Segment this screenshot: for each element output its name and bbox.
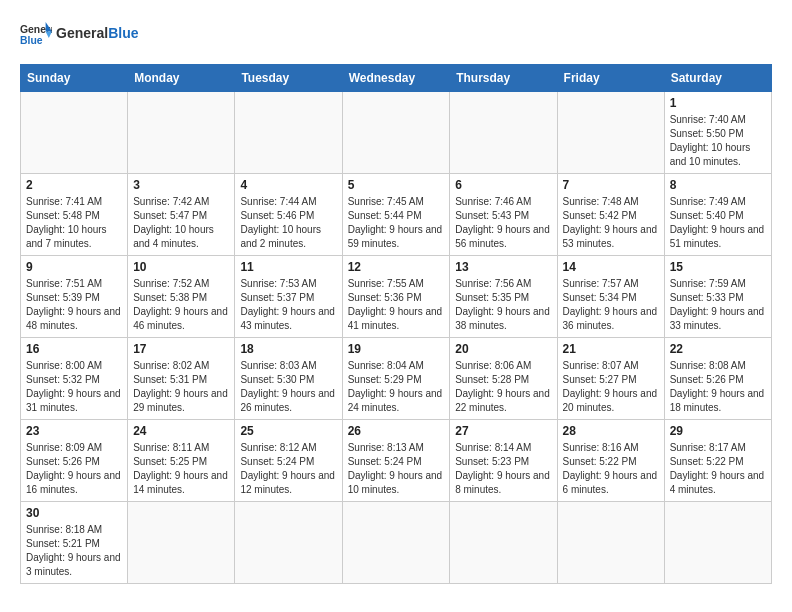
- day-info: Sunrise: 7:52 AM Sunset: 5:38 PM Dayligh…: [133, 277, 229, 333]
- col-header-sunday: Sunday: [21, 65, 128, 92]
- calendar-cell: [450, 92, 557, 174]
- day-info: Sunrise: 8:16 AM Sunset: 5:22 PM Dayligh…: [563, 441, 659, 497]
- day-number: 16: [26, 342, 122, 356]
- calendar-cell: 28Sunrise: 8:16 AM Sunset: 5:22 PM Dayli…: [557, 420, 664, 502]
- calendar-cell: 17Sunrise: 8:02 AM Sunset: 5:31 PM Dayli…: [128, 338, 235, 420]
- day-number: 15: [670, 260, 766, 274]
- day-info: Sunrise: 7:55 AM Sunset: 5:36 PM Dayligh…: [348, 277, 445, 333]
- col-header-wednesday: Wednesday: [342, 65, 450, 92]
- calendar-cell: 15Sunrise: 7:59 AM Sunset: 5:33 PM Dayli…: [664, 256, 771, 338]
- calendar-cell: [235, 92, 342, 174]
- day-number: 19: [348, 342, 445, 356]
- week-row-5: 23Sunrise: 8:09 AM Sunset: 5:26 PM Dayli…: [21, 420, 772, 502]
- week-row-4: 16Sunrise: 8:00 AM Sunset: 5:32 PM Dayli…: [21, 338, 772, 420]
- day-number: 17: [133, 342, 229, 356]
- calendar-cell: 4Sunrise: 7:44 AM Sunset: 5:46 PM Daylig…: [235, 174, 342, 256]
- day-info: Sunrise: 8:18 AM Sunset: 5:21 PM Dayligh…: [26, 523, 122, 579]
- week-row-3: 9Sunrise: 7:51 AM Sunset: 5:39 PM Daylig…: [21, 256, 772, 338]
- calendar-cell: [450, 502, 557, 584]
- day-info: Sunrise: 7:44 AM Sunset: 5:46 PM Dayligh…: [240, 195, 336, 251]
- day-info: Sunrise: 8:13 AM Sunset: 5:24 PM Dayligh…: [348, 441, 445, 497]
- day-number: 30: [26, 506, 122, 520]
- day-info: Sunrise: 7:42 AM Sunset: 5:47 PM Dayligh…: [133, 195, 229, 251]
- day-info: Sunrise: 8:04 AM Sunset: 5:29 PM Dayligh…: [348, 359, 445, 415]
- day-number: 28: [563, 424, 659, 438]
- day-info: Sunrise: 8:12 AM Sunset: 5:24 PM Dayligh…: [240, 441, 336, 497]
- col-header-thursday: Thursday: [450, 65, 557, 92]
- day-number: 4: [240, 178, 336, 192]
- day-number: 22: [670, 342, 766, 356]
- day-info: Sunrise: 7:57 AM Sunset: 5:34 PM Dayligh…: [563, 277, 659, 333]
- logo-blue-text: Blue: [108, 25, 138, 41]
- calendar-cell: 24Sunrise: 8:11 AM Sunset: 5:25 PM Dayli…: [128, 420, 235, 502]
- calendar-cell: 18Sunrise: 8:03 AM Sunset: 5:30 PM Dayli…: [235, 338, 342, 420]
- calendar-cell: 26Sunrise: 8:13 AM Sunset: 5:24 PM Dayli…: [342, 420, 450, 502]
- day-number: 29: [670, 424, 766, 438]
- col-header-saturday: Saturday: [664, 65, 771, 92]
- day-info: Sunrise: 8:07 AM Sunset: 5:27 PM Dayligh…: [563, 359, 659, 415]
- day-number: 3: [133, 178, 229, 192]
- header-row: SundayMondayTuesdayWednesdayThursdayFrid…: [21, 65, 772, 92]
- calendar-cell: 16Sunrise: 8:00 AM Sunset: 5:32 PM Dayli…: [21, 338, 128, 420]
- day-info: Sunrise: 7:48 AM Sunset: 5:42 PM Dayligh…: [563, 195, 659, 251]
- day-number: 8: [670, 178, 766, 192]
- day-number: 18: [240, 342, 336, 356]
- calendar-cell: 1Sunrise: 7:40 AM Sunset: 5:50 PM Daylig…: [664, 92, 771, 174]
- calendar-cell: [128, 502, 235, 584]
- calendar-cell: [557, 92, 664, 174]
- day-number: 24: [133, 424, 229, 438]
- calendar-cell: [557, 502, 664, 584]
- svg-text:Blue: Blue: [20, 35, 43, 46]
- week-row-2: 2Sunrise: 7:41 AM Sunset: 5:48 PM Daylig…: [21, 174, 772, 256]
- day-number: 7: [563, 178, 659, 192]
- calendar-cell: 22Sunrise: 8:08 AM Sunset: 5:26 PM Dayli…: [664, 338, 771, 420]
- calendar-cell: 14Sunrise: 7:57 AM Sunset: 5:34 PM Dayli…: [557, 256, 664, 338]
- day-number: 5: [348, 178, 445, 192]
- day-number: 6: [455, 178, 551, 192]
- day-info: Sunrise: 7:56 AM Sunset: 5:35 PM Dayligh…: [455, 277, 551, 333]
- day-info: Sunrise: 7:41 AM Sunset: 5:48 PM Dayligh…: [26, 195, 122, 251]
- calendar-cell: 9Sunrise: 7:51 AM Sunset: 5:39 PM Daylig…: [21, 256, 128, 338]
- calendar-cell: [128, 92, 235, 174]
- day-info: Sunrise: 8:06 AM Sunset: 5:28 PM Dayligh…: [455, 359, 551, 415]
- day-info: Sunrise: 7:46 AM Sunset: 5:43 PM Dayligh…: [455, 195, 551, 251]
- day-number: 9: [26, 260, 122, 274]
- day-info: Sunrise: 8:00 AM Sunset: 5:32 PM Dayligh…: [26, 359, 122, 415]
- calendar-cell: 11Sunrise: 7:53 AM Sunset: 5:37 PM Dayli…: [235, 256, 342, 338]
- calendar-cell: 27Sunrise: 8:14 AM Sunset: 5:23 PM Dayli…: [450, 420, 557, 502]
- calendar-cell: 13Sunrise: 7:56 AM Sunset: 5:35 PM Dayli…: [450, 256, 557, 338]
- week-row-6: 30Sunrise: 8:18 AM Sunset: 5:21 PM Dayli…: [21, 502, 772, 584]
- calendar-cell: [342, 502, 450, 584]
- calendar-cell: [342, 92, 450, 174]
- day-number: 11: [240, 260, 336, 274]
- calendar-cell: [664, 502, 771, 584]
- day-number: 10: [133, 260, 229, 274]
- day-info: Sunrise: 7:45 AM Sunset: 5:44 PM Dayligh…: [348, 195, 445, 251]
- calendar-cell: 3Sunrise: 7:42 AM Sunset: 5:47 PM Daylig…: [128, 174, 235, 256]
- day-number: 26: [348, 424, 445, 438]
- col-header-tuesday: Tuesday: [235, 65, 342, 92]
- day-info: Sunrise: 8:11 AM Sunset: 5:25 PM Dayligh…: [133, 441, 229, 497]
- calendar-cell: 19Sunrise: 8:04 AM Sunset: 5:29 PM Dayli…: [342, 338, 450, 420]
- col-header-monday: Monday: [128, 65, 235, 92]
- day-info: Sunrise: 7:40 AM Sunset: 5:50 PM Dayligh…: [670, 113, 766, 169]
- day-info: Sunrise: 8:14 AM Sunset: 5:23 PM Dayligh…: [455, 441, 551, 497]
- calendar-cell: [21, 92, 128, 174]
- day-number: 25: [240, 424, 336, 438]
- calendar-cell: 20Sunrise: 8:06 AM Sunset: 5:28 PM Dayli…: [450, 338, 557, 420]
- calendar-cell: 2Sunrise: 7:41 AM Sunset: 5:48 PM Daylig…: [21, 174, 128, 256]
- calendar-cell: [235, 502, 342, 584]
- calendar-cell: 8Sunrise: 7:49 AM Sunset: 5:40 PM Daylig…: [664, 174, 771, 256]
- day-number: 12: [348, 260, 445, 274]
- calendar-cell: 5Sunrise: 7:45 AM Sunset: 5:44 PM Daylig…: [342, 174, 450, 256]
- day-info: Sunrise: 8:09 AM Sunset: 5:26 PM Dayligh…: [26, 441, 122, 497]
- col-header-friday: Friday: [557, 65, 664, 92]
- logo: General Blue GeneralBlue: [20, 20, 138, 48]
- day-number: 21: [563, 342, 659, 356]
- calendar-cell: 12Sunrise: 7:55 AM Sunset: 5:36 PM Dayli…: [342, 256, 450, 338]
- calendar-cell: 30Sunrise: 8:18 AM Sunset: 5:21 PM Dayli…: [21, 502, 128, 584]
- calendar-cell: 23Sunrise: 8:09 AM Sunset: 5:26 PM Dayli…: [21, 420, 128, 502]
- day-number: 14: [563, 260, 659, 274]
- logo-general-text: General: [56, 25, 108, 41]
- header: General Blue GeneralBlue: [20, 20, 772, 48]
